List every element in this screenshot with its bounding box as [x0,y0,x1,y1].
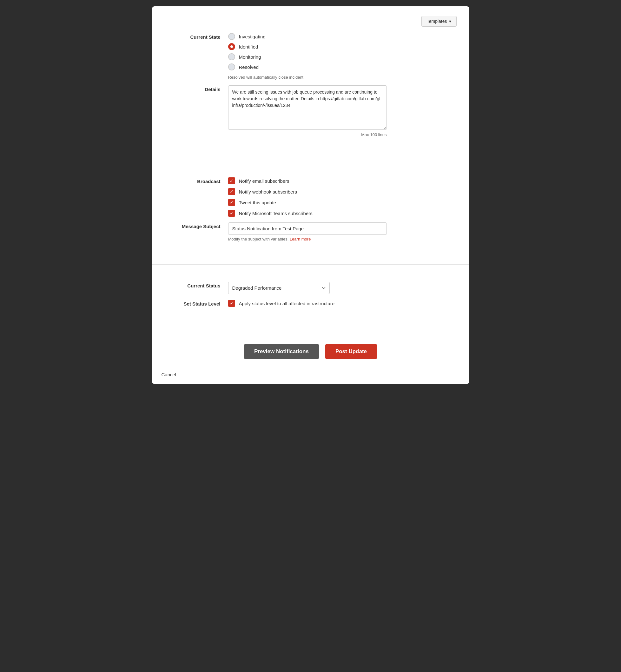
details-textarea[interactable]: We are still seeing issues with job queu… [228,85,387,130]
modal-inner: Templates ▾ Current State Investigating … [152,6,469,152]
current-state-label: Current State [165,33,228,40]
checkmark-status-level: ✓ [230,301,234,305]
set-status-level-label: Set Status Level [165,300,228,306]
checkbox-status-level[interactable]: ✓ Apply status level to all affected inf… [228,300,457,307]
current-status-label: Current Status [165,282,228,288]
modal-container: Templates ▾ Current State Investigating … [152,6,469,384]
checkbox-label-status-level: Apply status level to all affected infra… [239,301,335,306]
checkbox-group: ✓ Notify email subscribers ✓ Notify webh… [228,177,457,217]
message-subject-input[interactable] [228,222,387,235]
checkmark-email: ✓ [230,179,234,183]
message-subject-hint: Modify the subject with variables. Learn… [228,237,457,242]
details-content: We are still seeing issues with job queu… [228,85,457,137]
divider-3 [152,330,469,330]
divider-1 [152,160,469,160]
radio-resolved[interactable]: Resolved [228,64,457,71]
checkbox-teams[interactable]: ✓ Notify Microsoft Teams subscribers [228,210,457,217]
templates-row: Templates ▾ [165,16,457,27]
radio-label-monitoring: Monitoring [239,54,261,60]
current-state-content: Investigating Identified Monitoring Reso… [228,33,457,80]
radio-circle-resolved [228,64,235,71]
radio-circle-investigating [228,33,235,40]
checkbox-label-email: Notify email subscribers [239,178,289,184]
set-status-level-row: Set Status Level ✓ Apply status level to… [165,300,457,307]
radio-group: Investigating Identified Monitoring Reso… [228,33,457,80]
checkbox-box-email: ✓ [228,177,235,184]
modal-inner-3: Current Status Operational Degraded Perf… [152,272,469,322]
radio-monitoring[interactable]: Monitoring [228,53,457,60]
broadcast-row: Broadcast ✓ Notify email subscribers ✓ N… [165,177,457,217]
current-status-row: Current Status Operational Degraded Perf… [165,282,457,294]
radio-identified[interactable]: Identified [228,43,457,50]
radio-circle-monitoring [228,53,235,60]
current-status-select[interactable]: Operational Degraded Performance Partial… [228,282,330,294]
checkbox-label-webhook: Notify webhook subscribers [239,189,297,195]
current-state-row: Current State Investigating Identified M… [165,33,457,80]
radio-label-resolved: Resolved [239,65,259,70]
buttons-row: Preview Notifications Post Update [152,338,469,369]
checkbox-label-tweet: Tweet this update [239,200,276,205]
templates-button[interactable]: Templates ▾ [421,16,457,27]
message-subject-label: Message Subject [165,222,228,229]
checkbox-box-webhook: ✓ [228,188,235,195]
broadcast-label: Broadcast [165,177,228,184]
learn-more-link[interactable]: Learn more [290,237,310,242]
checkmark-tweet: ✓ [230,200,234,205]
checkbox-tweet[interactable]: ✓ Tweet this update [228,199,457,206]
message-subject-content: Modify the subject with variables. Learn… [228,222,457,242]
modal-inner-2: Broadcast ✓ Notify email subscribers ✓ N… [152,168,469,257]
divider-2 [152,264,469,265]
max-lines-hint: Max 100 lines [228,132,387,137]
radio-circle-identified [228,43,235,50]
checkbox-email[interactable]: ✓ Notify email subscribers [228,177,457,184]
checkbox-box-tweet: ✓ [228,199,235,206]
checkmark-teams: ✓ [230,211,234,215]
set-status-level-content: ✓ Apply status level to all affected inf… [228,300,457,307]
checkbox-box-status-level: ✓ [228,300,235,307]
current-status-content: Operational Degraded Performance Partial… [228,282,457,294]
message-subject-row: Message Subject Modify the subject with … [165,222,457,242]
radio-investigating[interactable]: Investigating [228,33,457,40]
templates-label: Templates [427,19,447,24]
cancel-row: Cancel [152,369,469,384]
radio-label-investigating: Investigating [239,34,265,39]
resolved-hint: Resolved will automatically close incide… [228,75,457,80]
cancel-link[interactable]: Cancel [162,372,176,377]
broadcast-content: ✓ Notify email subscribers ✓ Notify webh… [228,177,457,217]
post-update-button[interactable]: Post Update [325,344,377,359]
hint-text: Modify the subject with variables. [228,237,289,242]
checkbox-label-teams: Notify Microsoft Teams subscribers [239,211,313,216]
checkbox-webhook[interactable]: ✓ Notify webhook subscribers [228,188,457,195]
templates-arrow: ▾ [449,19,451,24]
preview-notifications-button[interactable]: Preview Notifications [244,344,319,359]
radio-label-identified: Identified [239,44,258,49]
details-row: Details We are still seeing issues with … [165,85,457,137]
details-label: Details [165,85,228,92]
checkmark-webhook: ✓ [230,190,234,194]
checkbox-box-teams: ✓ [228,210,235,217]
